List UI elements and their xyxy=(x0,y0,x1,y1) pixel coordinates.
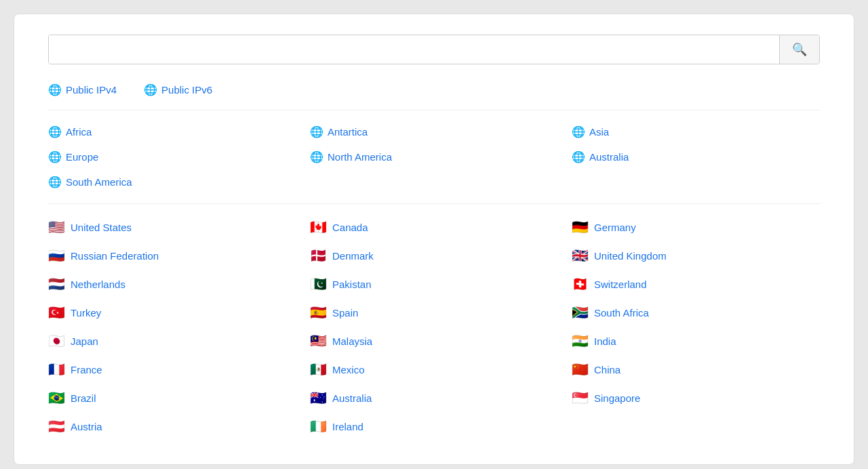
country-label: United States xyxy=(71,222,132,233)
ipv6-label: Public IPv6 xyxy=(161,84,212,96)
country-item-germany[interactable]: 🇩🇪Germany xyxy=(572,216,820,238)
region-label: South America xyxy=(66,176,132,188)
country-label: Mexico xyxy=(332,364,365,375)
ip-links-section: 🌐 Public IPv4 🌐 Public IPv6 xyxy=(48,83,820,96)
flag-icon: 🇷🇺 xyxy=(48,249,65,262)
globe-icon: 🌐 xyxy=(48,176,62,188)
globe-icon: 🌐 xyxy=(48,150,62,163)
search-button[interactable]: 🔍 xyxy=(779,35,819,64)
country-item-pakistan[interactable]: 🇵🇰Pakistan xyxy=(310,273,558,295)
divider-2 xyxy=(48,203,820,204)
flag-icon: 🇦🇹 xyxy=(48,420,65,433)
country-label: Russian Federation xyxy=(71,250,159,262)
region-item-australia[interactable]: 🌐Australia xyxy=(572,148,820,166)
country-item-united-states[interactable]: 🇺🇸United States xyxy=(48,216,296,238)
public-ipv6-link[interactable]: 🌐 Public IPv6 xyxy=(144,83,212,96)
flag-icon: 🇲🇾 xyxy=(310,334,327,348)
flag-icon: 🇮🇪 xyxy=(310,420,327,433)
flag-icon: 🇬🇧 xyxy=(572,249,589,262)
country-label: Australia xyxy=(332,392,372,404)
globe-icon: 🌐 xyxy=(572,150,585,163)
regions-grid: 🌐Africa🌐Antartica🌐Asia🌐Europe🌐North Amer… xyxy=(48,123,820,191)
ipv4-label: Public IPv4 xyxy=(66,84,117,96)
flag-icon: 🇿🇦 xyxy=(572,306,589,319)
country-label: Austria xyxy=(71,421,102,432)
country-label: Switzerland xyxy=(594,279,647,290)
globe-icon-ipv6: 🌐 xyxy=(144,83,157,96)
country-item-denmark[interactable]: 🇩🇰Denmark xyxy=(310,245,558,266)
country-label: Germany xyxy=(594,222,636,233)
country-item-ireland[interactable]: 🇮🇪Ireland xyxy=(310,415,558,437)
country-label: France xyxy=(71,364,102,375)
flag-icon: 🇫🇷 xyxy=(48,363,65,376)
globe-icon: 🌐 xyxy=(310,150,323,163)
region-item-north-america[interactable]: 🌐North America xyxy=(310,148,558,166)
region-item-antartica[interactable]: 🌐Antartica xyxy=(310,123,558,141)
country-item-austria[interactable]: 🇦🇹Austria xyxy=(48,415,296,437)
divider-1 xyxy=(48,110,820,110)
country-label: Spain xyxy=(332,307,358,319)
flag-icon: 🇦🇺 xyxy=(310,391,327,405)
flag-icon: 🇵🇰 xyxy=(310,277,327,291)
flag-icon: 🇯🇵 xyxy=(48,334,65,348)
country-item-turkey[interactable]: 🇹🇷Turkey xyxy=(48,302,296,323)
region-item-south-america[interactable]: 🌐South America xyxy=(48,173,296,191)
country-item-switzerland[interactable]: 🇨🇭Switzerland xyxy=(572,273,820,295)
public-ipv4-link[interactable]: 🌐 Public IPv4 xyxy=(48,83,117,96)
flag-icon: 🇳🇱 xyxy=(48,277,65,291)
countries-grid: 🇺🇸United States🇨🇦Canada🇩🇪Germany🇷🇺Russia… xyxy=(48,216,820,437)
globe-icon-ipv4: 🌐 xyxy=(48,83,62,96)
region-label: Asia xyxy=(589,126,609,138)
country-item-australia[interactable]: 🇦🇺Australia xyxy=(310,387,558,409)
flag-icon: 🇩🇰 xyxy=(310,249,327,262)
country-label: Ireland xyxy=(332,421,363,432)
region-item-asia[interactable]: 🌐Asia xyxy=(572,123,820,141)
country-label: Brazil xyxy=(71,392,96,404)
search-bar: 🔍 xyxy=(48,35,820,64)
flag-icon: 🇮🇳 xyxy=(572,334,589,348)
country-item-south-africa[interactable]: 🇿🇦South Africa xyxy=(572,302,820,323)
country-item-brazil[interactable]: 🇧🇷Brazil xyxy=(48,387,296,409)
region-item-africa[interactable]: 🌐Africa xyxy=(48,123,296,141)
region-label: North America xyxy=(328,151,392,163)
country-label: United Kingdom xyxy=(594,250,667,262)
country-item-mexico[interactable]: 🇲🇽Mexico xyxy=(310,359,558,380)
country-item-canada[interactable]: 🇨🇦Canada xyxy=(310,216,558,238)
flag-icon: 🇪🇸 xyxy=(310,306,327,319)
country-item-united-kingdom[interactable]: 🇬🇧United Kingdom xyxy=(572,245,820,266)
country-label: Malaysia xyxy=(332,335,372,347)
flag-icon: 🇨🇭 xyxy=(572,277,589,291)
country-item-netherlands[interactable]: 🇳🇱Netherlands xyxy=(48,273,296,295)
country-label: South Africa xyxy=(594,307,649,319)
country-item-japan[interactable]: 🇯🇵Japan xyxy=(48,330,296,352)
region-label: Europe xyxy=(66,151,98,163)
country-label: Turkey xyxy=(71,307,101,319)
country-label: Netherlands xyxy=(71,279,125,290)
country-item-france[interactable]: 🇫🇷France xyxy=(48,359,296,380)
country-label: Canada xyxy=(332,222,368,233)
search-icon: 🔍 xyxy=(792,43,807,56)
country-item-china[interactable]: 🇨🇳China xyxy=(572,359,820,380)
country-label: India xyxy=(594,335,616,347)
country-label: China xyxy=(594,364,620,375)
country-item-singapore[interactable]: 🇸🇬Singapore xyxy=(572,387,820,409)
flag-icon: 🇲🇽 xyxy=(310,363,327,376)
main-card: 🔍 🌐 Public IPv4 🌐 Public IPv6 🌐Africa🌐An… xyxy=(14,14,854,465)
globe-icon: 🌐 xyxy=(572,125,585,138)
region-label: Australia xyxy=(589,151,629,163)
globe-icon: 🌐 xyxy=(310,125,323,138)
flag-icon: 🇺🇸 xyxy=(48,220,65,234)
flag-icon: 🇹🇷 xyxy=(48,306,65,319)
country-item-india[interactable]: 🇮🇳India xyxy=(572,330,820,352)
country-item-russian-federation[interactable]: 🇷🇺Russian Federation xyxy=(48,245,296,266)
flag-icon: 🇨🇦 xyxy=(310,220,327,234)
flag-icon: 🇧🇷 xyxy=(48,391,65,405)
globe-icon: 🌐 xyxy=(48,125,62,138)
country-item-spain[interactable]: 🇪🇸Spain xyxy=(310,302,558,323)
country-item-malaysia[interactable]: 🇲🇾Malaysia xyxy=(310,330,558,352)
flag-icon: 🇸🇬 xyxy=(572,391,589,405)
search-input[interactable] xyxy=(49,35,779,64)
country-label: Pakistan xyxy=(332,279,372,290)
region-item-europe[interactable]: 🌐Europe xyxy=(48,148,296,166)
country-label: Singapore xyxy=(594,392,640,404)
